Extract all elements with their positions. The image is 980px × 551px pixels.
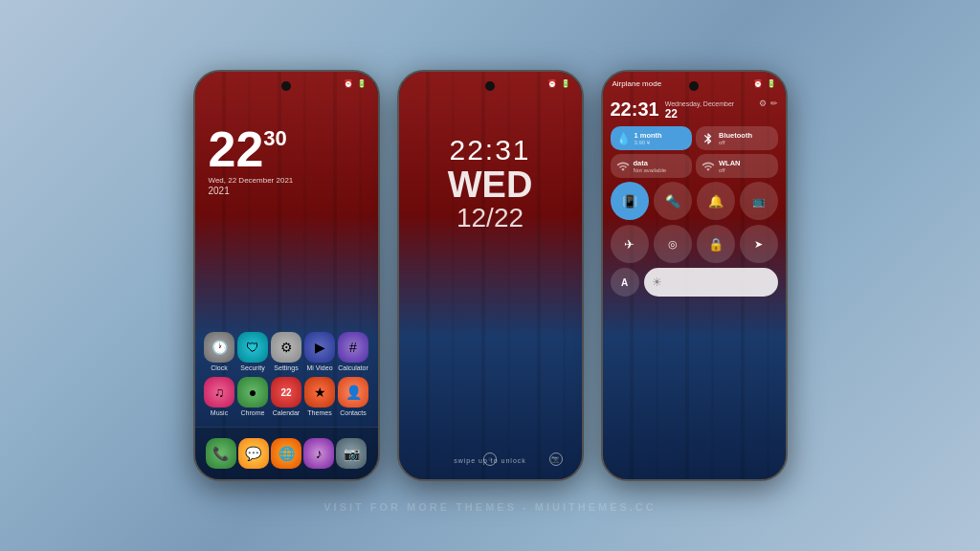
quick-toggles-row2: data Not available WLAN off — [611, 154, 778, 178]
clock-app-icon: 🕐 — [204, 332, 234, 363]
mobile-data-text: data Not available — [634, 159, 687, 173]
data-toggle[interactable]: 💧 1 month 3.90 ¥ — [611, 126, 693, 150]
lock-rotation-button[interactable]: 🔒 — [697, 225, 735, 263]
bluetooth-toggle[interactable]: Bluetooth off — [696, 126, 778, 150]
dock-messages[interactable]: 💬 — [237, 438, 270, 469]
mivideo-app-icon: ▶ — [304, 332, 335, 363]
calculator-app-label: Calculator — [338, 364, 368, 371]
security-app-label: Security — [240, 364, 264, 371]
ctrl-time: 22:31 — [611, 99, 659, 120]
auto-brightness-label: A — [621, 277, 628, 288]
clock-minutes: 30 — [263, 128, 286, 149]
phone-3: Airplane mode ⏰ 🔋 22:31 Wednesday, Decem… — [601, 70, 788, 481]
status-icons-2: ⏰ 🔋 — [547, 79, 570, 88]
contacts-app-label: Contacts — [340, 409, 367, 416]
watermark: VISIT FOR MORE THEMES - MIUITHEMES.CC — [323, 501, 657, 513]
airplane-mode-label: Airplane mode — [612, 79, 662, 88]
app-chrome[interactable]: ● Chrome — [236, 377, 270, 416]
app-security[interactable]: 🛡 Security — [236, 332, 270, 371]
status-icons-1: ⏰ 🔋 — [344, 79, 367, 88]
dock-camera[interactable]: 📷 — [335, 438, 368, 469]
bluetooth-sub: off — [719, 140, 772, 145]
brightness-slider[interactable]: ☀ — [644, 268, 778, 297]
calendar-app-label: Calendar — [273, 409, 300, 416]
data-toggle-text: 1 month 3.90 ¥ — [635, 131, 687, 145]
vibrate-button[interactable]: 📳 — [611, 182, 649, 220]
clock-widget: 22 30 Wed, 22 December 2021 2021 — [209, 124, 294, 196]
flashlight-button[interactable]: 🔦 — [654, 182, 692, 220]
airplane-button[interactable]: ✈ — [611, 225, 649, 263]
lock-camera-button[interactable]: 📷 — [549, 452, 563, 466]
unlock-hint: swipe up to unlock — [454, 457, 526, 464]
bluetooth-toggle-text: Bluetooth off — [719, 131, 772, 145]
ctrl-header-icons: ⚙ ✏ — [759, 99, 778, 108]
camera-notch — [281, 81, 291, 91]
mobile-data-toggle[interactable]: data Not available — [611, 154, 693, 178]
app-contacts[interactable]: 👤 Contacts — [337, 377, 370, 416]
settings-app-icon: ⚙ — [271, 332, 301, 363]
dock: 📞 💬 🌐 ♪ 📷 — [195, 427, 378, 479]
wlan-toggle-text: WLAN off — [719, 159, 772, 173]
clock-date: Wed, 22 December 2021 — [209, 176, 294, 185]
app-mivideo[interactable]: ▶ Mi Video — [303, 332, 337, 371]
camera-notch-3 — [689, 81, 699, 91]
control-center: 22:31 Wednesday, December 22 ⚙ ✏ 💧 1 mon… — [603, 72, 786, 479]
settings-app-label: Settings — [274, 364, 298, 371]
lock-date: 12/22 — [448, 203, 533, 233]
wifi-icon — [702, 160, 715, 173]
screencast-button[interactable]: 📺 — [740, 182, 778, 220]
contacts-app-icon: 👤 — [338, 377, 368, 408]
data-sub: 3.90 ¥ — [635, 140, 687, 145]
battery-icon: 🔋 — [357, 79, 367, 88]
phone-1: ⏰ 🔋 22 30 Wed, 22 December 2021 2021 🕐 C… — [193, 70, 380, 481]
app-calculator[interactable]: # Calculator — [337, 332, 370, 371]
control-header: 22:31 Wednesday, December 22 ⚙ ✏ — [611, 99, 778, 121]
bluetooth-label: Bluetooth — [719, 131, 772, 140]
app-settings[interactable]: ⚙ Settings — [270, 332, 303, 371]
mobile-data-icon — [616, 160, 630, 173]
data-label: 1 month — [635, 131, 687, 140]
calculator-app-icon: # — [338, 332, 368, 363]
ctrl-edit-icon[interactable]: ✏ — [770, 99, 778, 108]
dock-browser[interactable]: 🌐 — [270, 438, 302, 469]
app-themes[interactable]: ★ Themes — [303, 377, 337, 416]
app-calendar[interactable]: 22 Calendar — [270, 377, 303, 416]
dock-phone[interactable]: 📞 — [205, 438, 237, 469]
camera-dock-icon: 📷 — [336, 438, 367, 469]
location-button[interactable]: ➤ — [740, 225, 778, 263]
quick-toggles-row1: 💧 1 month 3.90 ¥ Bluetooth off — [611, 126, 778, 150]
chrome-app-icon: ● — [237, 377, 268, 408]
app-music[interactable]: ♫ Music — [203, 377, 236, 416]
music-dock-icon: ♪ — [303, 438, 334, 469]
phone-dock-icon: 📞 — [206, 438, 236, 469]
clock-year: 2021 — [209, 186, 294, 196]
dock-music[interactable]: ♪ — [302, 438, 335, 469]
camera-notch-2 — [485, 81, 495, 91]
icon-grid-2: ✈ ◎ 🔒 ➤ — [611, 225, 778, 263]
brightness-icon: ☀ — [652, 276, 662, 289]
ctrl-date-line1: Wednesday, December — [665, 100, 735, 107]
chrome-app-label: Chrome — [241, 409, 265, 416]
nfc-button[interactable]: ◎ — [654, 225, 692, 263]
home-screen: 22 30 Wed, 22 December 2021 2021 🕐 Clock… — [195, 72, 378, 479]
bluetooth-icon — [702, 132, 715, 145]
ctrl-date-line2: 22 — [665, 107, 735, 121]
ctrl-date-info: Wednesday, December 22 — [665, 100, 735, 121]
data-toggle-icon: 💧 — [616, 132, 631, 145]
wlan-toggle[interactable]: WLAN off — [696, 154, 778, 178]
themes-app-icon: ★ — [304, 377, 335, 408]
app-grid: 🕐 Clock 🛡 Security ⚙ Settings ▶ Mi Video… — [195, 332, 378, 422]
battery-icon-3: 🔋 — [767, 79, 776, 88]
notification-button[interactable]: 🔔 — [697, 182, 735, 220]
auto-brightness-button[interactable]: A — [611, 268, 639, 297]
security-app-icon: 🛡 — [237, 332, 268, 363]
battery-icon-2: 🔋 — [561, 79, 570, 88]
mobile-data-sub: Not available — [634, 167, 687, 173]
control-panel: 22:31 Wednesday, December 22 ⚙ ✏ 💧 1 mon… — [611, 99, 778, 297]
ctrl-settings-icon[interactable]: ⚙ — [759, 99, 767, 108]
mobile-data-label: data — [634, 159, 687, 167]
app-clock[interactable]: 🕐 Clock — [203, 332, 236, 371]
messages-dock-icon: 💬 — [238, 438, 269, 469]
lock-clock: 22:31 WED 12/22 — [448, 134, 533, 233]
browser-dock-icon: 🌐 — [271, 438, 301, 469]
